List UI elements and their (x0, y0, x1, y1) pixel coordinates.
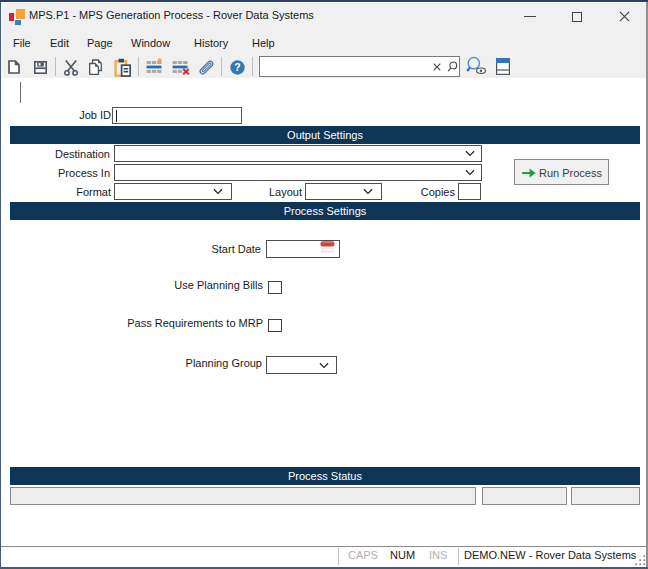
svg-text:?: ? (234, 61, 240, 73)
